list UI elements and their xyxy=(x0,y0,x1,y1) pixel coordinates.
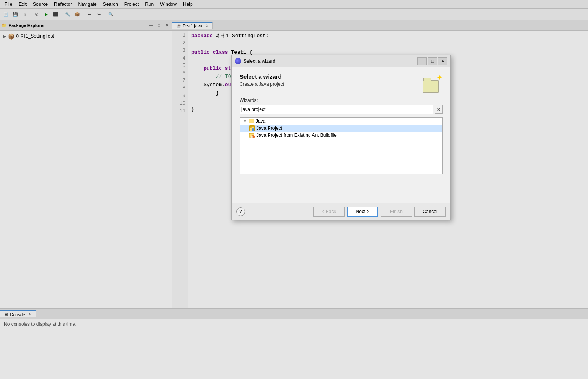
wizard-star-icon: ✦ xyxy=(437,73,443,82)
tree-java-label: Java xyxy=(256,118,265,124)
back-button[interactable]: < Back xyxy=(313,207,345,217)
eclipse-icon xyxy=(235,58,241,64)
svg-text:J: J xyxy=(252,129,253,131)
svg-text:⚙: ⚙ xyxy=(251,136,253,138)
tree-java-project-label: Java Project xyxy=(256,125,282,131)
dialog-subheading: Create a Java project xyxy=(240,82,284,87)
dialog-footer-right: < Back Next > Finish Cancel xyxy=(313,207,446,217)
cancel-button[interactable]: Cancel xyxy=(414,207,446,217)
help-button[interactable]: ? xyxy=(236,207,245,216)
next-button[interactable]: Next > xyxy=(347,207,378,217)
dialog-close-btn[interactable]: ✕ xyxy=(438,57,447,65)
wizard-tree: ▼ Java J Java Project xyxy=(240,117,443,174)
svg-rect-1 xyxy=(250,127,251,128)
dialog-restore-btn[interactable]: □ xyxy=(428,57,437,65)
ant-project-icon: ⚙ xyxy=(249,132,255,138)
dialog-header-text: Select a wizard Create a Java project xyxy=(240,73,284,87)
dialog-minimize-btn[interactable]: — xyxy=(417,57,427,65)
tree-java-folder[interactable]: ▼ Java xyxy=(240,118,442,125)
search-row: ✕ xyxy=(240,105,443,114)
dialog-overlay: Select a wizard — □ ✕ Select a wizard Cr… xyxy=(0,0,588,379)
dialog-title-left: Select a wizard xyxy=(235,58,275,64)
dialog-footer: ? < Back Next > Finish Cancel xyxy=(232,203,450,220)
dialog-body: Select a wizard Create a Java project ✦ … xyxy=(232,67,450,203)
dialog-header-section: Select a wizard Create a Java project ✦ xyxy=(240,73,443,93)
java-folder-icon xyxy=(249,119,254,123)
dialog-heading: Select a wizard xyxy=(240,73,284,80)
wizards-label: Wizards: xyxy=(240,98,443,103)
dialog-titlebar: Select a wizard — □ ✕ xyxy=(232,55,450,67)
wizard-folder-icon xyxy=(423,80,439,93)
search-clear-btn[interactable]: ✕ xyxy=(435,105,443,114)
tree-java-project[interactable]: J Java Project xyxy=(240,125,442,132)
java-project-icon: J xyxy=(249,125,255,131)
tree-ant-project[interactable]: ⚙ Java Project from Existing Ant Buildfi… xyxy=(240,132,442,139)
wizard-icon: ✦ xyxy=(423,73,443,93)
finish-button[interactable]: Finish xyxy=(381,207,412,217)
chevron-down-icon: ▼ xyxy=(243,119,247,123)
select-wizard-dialog: Select a wizard — □ ✕ Select a wizard Cr… xyxy=(231,55,451,220)
wizard-search-input[interactable] xyxy=(240,105,433,114)
dialog-spacer xyxy=(240,177,443,197)
dialog-footer-left: ? xyxy=(236,207,245,216)
tree-ant-project-label: Java Project from Existing Ant Buildfile xyxy=(256,132,337,138)
dialog-title-controls: — □ ✕ xyxy=(417,57,447,65)
dialog-title-label: Select a wizard xyxy=(243,58,275,64)
